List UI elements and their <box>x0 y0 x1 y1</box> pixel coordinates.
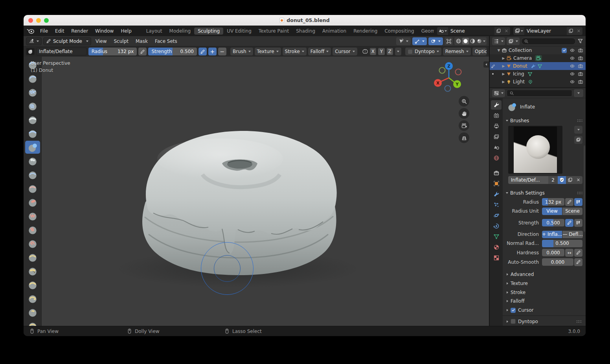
collection-checkbox[interactable] <box>562 48 567 53</box>
tab-texture[interactable] <box>491 253 502 263</box>
unlink-brush-button[interactable] <box>574 176 582 184</box>
advanced-panel-header[interactable]: Advanced <box>503 270 586 279</box>
zoom-view-button[interactable] <box>459 96 469 107</box>
properties-editor-type[interactable] <box>492 89 505 97</box>
tool-clay-strips[interactable] <box>25 99 40 112</box>
stroke-dropdown[interactable]: Stroke <box>283 48 307 55</box>
workspace-tab-compositing[interactable]: Compositing <box>381 28 417 35</box>
strength-pressure-button[interactable] <box>198 48 207 55</box>
solid-shading-icon[interactable] <box>462 38 469 44</box>
disclosure-right-icon[interactable]: ▶ <box>501 72 506 76</box>
properties-search-input[interactable] <box>507 90 572 97</box>
active-camera-data-icon[interactable] <box>535 55 542 61</box>
browse-scene-button[interactable] <box>437 27 448 35</box>
texture-panel-header[interactable]: Texture <box>503 279 586 288</box>
radius-slider[interactable]: Radius 132 px <box>88 48 137 55</box>
falloff-dropdown[interactable]: Falloff <box>308 48 331 55</box>
disable-render-camera-icon[interactable] <box>578 63 583 69</box>
tab-view-layer[interactable] <box>491 132 502 142</box>
browse-view-layer-button[interactable] <box>513 27 524 35</box>
remove-view-layer-button[interactable] <box>575 27 582 35</box>
menu-file[interactable]: File <box>37 27 51 35</box>
workspace-tab-geometry-nodes[interactable]: Geometry Nodes <box>418 28 434 35</box>
tool-multiplane-scrape[interactable] <box>25 237 40 250</box>
outliner-row-donut[interactable]: ▶ Donut <box>490 62 586 70</box>
tool-pose[interactable] <box>25 320 40 326</box>
panel-grip-icon[interactable] <box>577 119 582 122</box>
properties-options-button[interactable] <box>574 89 583 97</box>
tab-modifiers[interactable] <box>491 189 502 199</box>
outliner-search-input[interactable] <box>521 38 576 45</box>
properties-scrollbar[interactable] <box>584 145 585 232</box>
strength-unified-button[interactable] <box>574 219 582 227</box>
viewport-canvas[interactable]: User Perspective (1) Donut Z X Y <box>24 57 489 326</box>
workspace-tab-animation[interactable]: Animation <box>319 28 350 35</box>
tool-snake-hook[interactable] <box>25 292 40 305</box>
navigation-gizmo[interactable]: Z X Y <box>431 60 467 96</box>
outliner-row-collection[interactable]: ▼ Collection <box>490 46 586 54</box>
gizmo-axis-y[interactable]: Y <box>453 80 461 88</box>
panel-grip-icon[interactable] <box>577 191 582 195</box>
radius-pressure-button[interactable] <box>138 48 147 55</box>
outliner-row-icing[interactable]: ▶ Icing <box>490 70 586 78</box>
menu-window[interactable]: Window <box>92 27 117 35</box>
tool-fill[interactable] <box>25 210 40 222</box>
cursor-dropdown[interactable]: Cursor <box>333 48 357 55</box>
brushes-panel-header[interactable]: Brushes <box>503 116 586 125</box>
gizmos-toggle[interactable] <box>412 37 427 45</box>
outliner-row-light[interactable]: ▶ Light <box>490 78 586 86</box>
outliner-row-camera[interactable]: ▶ Camera <box>490 54 586 62</box>
tab-scene[interactable] <box>491 143 502 152</box>
filter-funnel-icon[interactable] <box>577 38 583 44</box>
show-gizmo-toggle[interactable] <box>396 37 411 45</box>
workspace-tab-sculpting[interactable]: Sculpting <box>194 28 223 35</box>
hide-eye-icon[interactable] <box>570 48 575 53</box>
mesh-data-icon[interactable] <box>527 72 533 77</box>
blender-logo-icon[interactable] <box>27 28 35 34</box>
tool-clay[interactable] <box>25 86 40 99</box>
menu-help[interactable]: Help <box>118 27 134 35</box>
tab-collection[interactable] <box>491 168 502 178</box>
duplicate-brush-button[interactable] <box>566 176 574 184</box>
disable-render-camera-icon[interactable] <box>578 55 583 61</box>
symmetry-x-toggle[interactable]: X <box>370 48 376 55</box>
dyntopo-panel-checkbox[interactable] <box>511 319 516 324</box>
falloff-panel-header[interactable]: Falloff <box>503 297 586 306</box>
menu-edit[interactable]: Edit <box>52 27 67 35</box>
tool-elastic-deform[interactable] <box>25 278 40 291</box>
menu-render[interactable]: Render <box>68 27 91 35</box>
brush-users-count[interactable]: 2 <box>548 176 558 184</box>
modifier-wrench-icon[interactable] <box>531 64 536 69</box>
tab-particles[interactable] <box>491 200 502 210</box>
disable-render-camera-icon[interactable] <box>578 48 583 53</box>
radius-unit-scene-button[interactable]: Scene <box>562 208 582 215</box>
normal-radius-slider[interactable]: 0.500 <box>542 240 582 247</box>
disclosure-down-icon[interactable]: ▼ <box>496 48 502 52</box>
cursor-checkbox[interactable] <box>511 308 516 313</box>
panel-grip-icon[interactable] <box>576 320 582 323</box>
hide-eye-icon[interactable] <box>570 71 575 77</box>
radius-setting-slider[interactable]: 132 px <box>542 198 564 206</box>
rendered-shading-icon[interactable] <box>476 38 482 44</box>
tool-smooth[interactable] <box>25 182 40 195</box>
close-window-button[interactable] <box>28 18 33 23</box>
workspace-tab-rendering[interactable]: Rendering <box>350 28 381 35</box>
tool-blob[interactable] <box>25 154 40 167</box>
outliner-filter-mode[interactable] <box>507 37 520 45</box>
tool-flatten[interactable] <box>25 196 40 209</box>
symmetry-more-button[interactable] <box>395 48 401 55</box>
tool-thumb[interactable] <box>25 306 40 319</box>
tool-scrape[interactable] <box>25 223 40 236</box>
radius-pressure-button[interactable] <box>565 198 573 206</box>
dyntopo-toggle[interactable]: Dyntopo <box>405 48 441 55</box>
hide-eye-icon[interactable] <box>570 79 575 85</box>
disclosure-right-icon[interactable]: ▶ <box>501 64 506 68</box>
direction-inflate-button[interactable]: + Infla... <box>542 231 562 238</box>
radius-unified-button[interactable] <box>574 198 582 206</box>
hide-eye-icon[interactable] <box>570 55 575 61</box>
tab-object[interactable] <box>491 179 502 188</box>
disable-render-camera-icon[interactable] <box>578 71 583 77</box>
hardness-pressure-button[interactable] <box>574 249 582 257</box>
brush-settings-panel-header[interactable]: Brush Settings <box>503 189 586 197</box>
disable-render-camera-icon[interactable] <box>578 79 583 85</box>
